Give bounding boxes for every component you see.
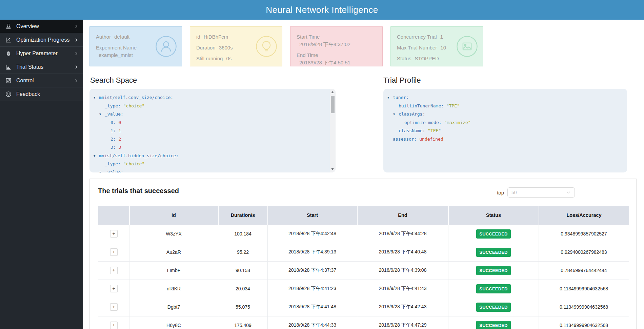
scrollbar[interactable]: [330, 89, 336, 172]
trial-id-cell: Au2aR: [129, 243, 218, 261]
smiley-icon: [5, 91, 12, 98]
sidebar-item-trial-status[interactable]: Trial Status: [0, 60, 83, 74]
sidebar-item-overview[interactable]: Overview: [0, 20, 83, 33]
status-cell: SUCCEEDED: [448, 316, 539, 329]
chevron-down-icon: [566, 190, 571, 195]
status-value: STOPPED: [415, 56, 439, 61]
max-trial-label: Max Trial Number: [397, 45, 437, 50]
trials-panel: The trials that successed top 50 IdDurat…: [89, 179, 637, 329]
end-time-cell: 2018/9/28 下午4:41:43: [357, 280, 448, 298]
rocket-icon: [5, 50, 12, 57]
json-tree-line: ▼tuner:: [387, 94, 627, 102]
search-space-panel: ▼mnist/self.conv_size/choice:_type: "cho…: [89, 89, 336, 172]
status-cell: SUCCEEDED: [448, 280, 539, 298]
duration-cell: 175.409: [218, 316, 268, 329]
time-card: Start Time 2018/9/28 下午4:37:02 End Time …: [290, 26, 383, 66]
status-cell: SUCCEEDED: [448, 243, 539, 261]
loss-accuracy-cell: 0.11349999904632568: [539, 280, 629, 298]
triangle-down-icon[interactable]: ▼: [94, 152, 99, 160]
json-tree-line: 0: 0: [94, 119, 336, 127]
sidebar-item-optimization-progress[interactable]: Optimization Progress: [0, 33, 83, 47]
scatter-chart-icon: [5, 37, 12, 43]
column-header-duration-s: Duration/s: [218, 206, 268, 225]
json-key[interactable]: classArgs:: [399, 111, 425, 117]
json-key[interactable]: mnist/self.hidden_size/choice:: [99, 153, 179, 158]
trial-id-cell: nRIKR: [129, 280, 218, 298]
expand-row-button[interactable]: +: [110, 248, 118, 256]
json-key: className:: [399, 128, 425, 133]
sidebar-item-control[interactable]: Control: [0, 74, 83, 87]
json-key[interactable]: _value:: [105, 170, 123, 173]
chevron-right-icon: [74, 38, 79, 42]
json-value: "TPE": [446, 103, 460, 108]
expand-row-button[interactable]: +: [110, 322, 118, 329]
trial-id-cell: H6y8C: [129, 316, 218, 329]
end-time-cell: 2018/9/28 下午4:44:28: [357, 225, 448, 243]
lightbulb-icon: [256, 36, 277, 57]
json-key: _type:: [105, 161, 121, 166]
id-value: HiDBhFcm: [204, 34, 228, 40]
json-key[interactable]: _value:: [105, 111, 123, 117]
triangle-down-icon[interactable]: ▼: [94, 94, 99, 102]
json-key: 1:: [110, 128, 116, 133]
author-value: default: [114, 34, 129, 40]
duration-cell: 100.184: [218, 225, 268, 243]
end-time-cell: 2018/9/28 下午4:39:08: [357, 261, 448, 280]
triangle-down-icon[interactable]: ▼: [393, 110, 399, 119]
sidebar-item-label: Optimization Progress: [16, 37, 74, 43]
json-key: 0:: [110, 120, 116, 125]
top-select[interactable]: 50: [507, 187, 575, 198]
json-key[interactable]: mnist/self.conv_size/choice:: [99, 95, 173, 100]
column-header-start: Start: [268, 206, 357, 225]
duration-cell: 90.153: [218, 261, 268, 280]
json-tree-line: ▼mnist/self.conv_size/choice:: [94, 94, 336, 102]
scrollbar-thumb[interactable]: [331, 96, 335, 113]
expand-row-button[interactable]: +: [110, 303, 118, 311]
person-icon: [155, 36, 177, 57]
json-key: builtinTunerName:: [399, 103, 444, 108]
expand-cell: +: [98, 261, 129, 280]
sidebar-item-label: Control: [16, 78, 74, 84]
concurrency-label: Concurrency Trial: [397, 34, 437, 40]
sidebar-item-hyper-parameter[interactable]: Hyper Parameter: [0, 47, 83, 60]
expand-row-button[interactable]: +: [110, 267, 118, 274]
start-time-label: Start Time: [297, 34, 376, 40]
scrollbar-down-button[interactable]: [330, 166, 336, 172]
author-label: Author: [96, 34, 111, 40]
column-header-id: Id: [129, 206, 218, 225]
end-time-cell: 2018/9/28 下午4:47:29: [357, 316, 448, 329]
start-time-cell: 2018/9/28 下午4:41:23: [268, 280, 357, 298]
scrollbar-up-button[interactable]: [330, 89, 336, 95]
triangle-down-icon[interactable]: ▼: [99, 168, 105, 173]
json-key[interactable]: tuner:: [393, 95, 409, 100]
loss-accuracy-cell: 0.7846999764442444: [539, 261, 629, 280]
expand-row-button[interactable]: +: [110, 230, 118, 238]
expand-cell: +: [98, 280, 129, 298]
trials-heading: The trials that successed: [98, 187, 179, 195]
duration-value: 3600s: [219, 45, 233, 50]
start-time-cell: 2018/9/28 下午4:37:37: [268, 261, 357, 280]
trial-id-cell: LImbF: [129, 261, 218, 280]
json-value: 3: [118, 145, 121, 150]
json-tree-line: ▼_value:: [94, 110, 336, 119]
column-header-status: Status: [448, 206, 539, 225]
json-tree-line: className: "TPE": [387, 127, 627, 135]
table-row: +Au2aR95.222018/9/28 下午4:39:132018/9/28 …: [98, 243, 629, 261]
author-card: Authordefault Experiment Name example_mn…: [89, 26, 182, 66]
json-tree-line: 1: 1: [94, 127, 336, 135]
start-time-cell: 2018/9/28 下午4:39:13: [268, 243, 357, 261]
triangle-down-icon[interactable]: ▼: [99, 110, 105, 119]
end-time-label: End Time: [297, 52, 376, 59]
bar-chart-icon: [5, 64, 12, 70]
triangle-down-icon[interactable]: ▼: [387, 94, 393, 102]
status-label: Status: [397, 56, 411, 61]
table-row: +Dgbt755.0752018/9/28 下午4:41:482018/9/28…: [98, 298, 629, 316]
trial-id-cell: W3zYX: [129, 225, 218, 243]
expand-row-button[interactable]: +: [110, 285, 118, 292]
json-value: 0: [118, 120, 121, 125]
json-tree-line: ▼_value:: [94, 168, 336, 173]
json-key: assessor:: [393, 137, 417, 142]
json-tree-line: assessor: undefined: [387, 135, 627, 144]
sidebar-item-feedback[interactable]: Feedback: [0, 87, 83, 101]
json-key: _type:: [105, 103, 121, 108]
